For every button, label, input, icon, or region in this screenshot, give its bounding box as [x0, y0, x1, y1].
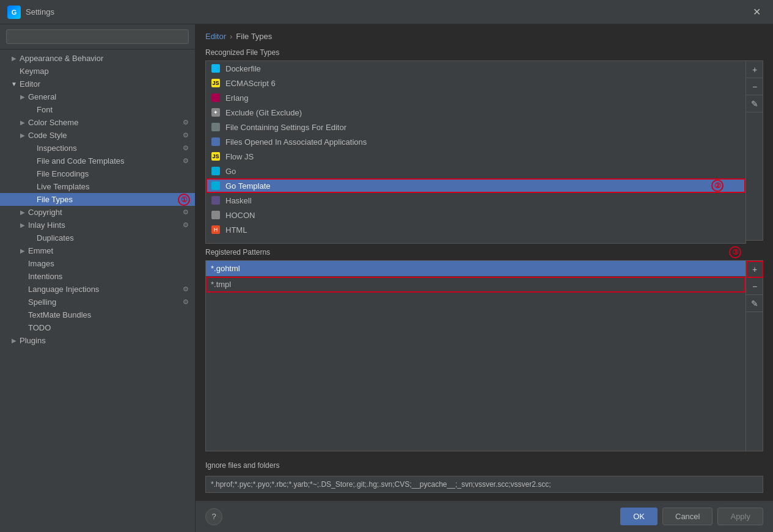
expand-arrow: ▶ [18, 131, 27, 140]
expand-arrow [27, 144, 35, 153]
remove-pattern-button[interactable]: − [746, 278, 763, 295]
annotation-badge-2: ② [711, 180, 724, 192]
title-bar: G Settings ✕ [0, 0, 773, 24]
sidebar-item-inspections[interactable]: Inspections ⚙ [0, 142, 195, 155]
sidebar-item-label: Inlay Hints [28, 220, 179, 230]
file-type-item[interactable]: JS ECMAScript 6 [206, 76, 746, 90]
sidebar-item-duplicates[interactable]: Duplicates [0, 231, 195, 244]
settings-badge: ⚙ [181, 221, 190, 230]
recognized-file-types-container: Dockerfile JS ECMAScript 6 Erlang ✦ [205, 60, 763, 241]
ignore-input[interactable] [205, 476, 763, 493]
settings-badge: ⚙ [181, 208, 190, 217]
sidebar-item-images[interactable]: Images [0, 257, 195, 270]
expand-arrow: ▶ [10, 337, 18, 345]
file-type-icon: H [211, 225, 221, 235]
recognized-file-types-label: Recognized File Types [205, 48, 763, 57]
file-type-icon [211, 122, 221, 132]
file-type-item[interactable]: JS Flow JS [206, 149, 746, 164]
sidebar-item-textmate-bundles[interactable]: TextMate Bundles [0, 308, 195, 321]
file-type-item[interactable]: Go [206, 164, 746, 178]
file-type-item[interactable]: Haskell [206, 193, 746, 208]
file-type-item[interactable]: Erlang [206, 90, 746, 105]
help-button[interactable]: ? [205, 508, 222, 525]
file-type-item[interactable]: HOCON [206, 208, 746, 222]
recognized-file-types-list[interactable]: Dockerfile JS ECMAScript 6 Erlang ✦ [205, 60, 746, 244]
sidebar-item-font[interactable]: Font [0, 103, 195, 116]
sidebar-item-file-code-templates[interactable]: File and Code Templates ⚙ [0, 155, 195, 167]
expand-arrow [18, 272, 27, 281]
breadcrumb: Editor › File Types [196, 24, 773, 46]
edit-pattern-button[interactable]: ✎ [746, 295, 763, 312]
file-type-item-go-template[interactable]: Go Template ② [206, 178, 746, 193]
file-type-item[interactable]: File Containing Settings For Editor [206, 120, 746, 134]
sidebar-item-live-templates[interactable]: Live Templates [0, 180, 195, 193]
sidebar-item-file-types[interactable]: File Types ① [0, 193, 195, 206]
expand-arrow [18, 324, 27, 332]
expand-arrow [27, 157, 35, 166]
file-type-label: Go [225, 167, 236, 176]
file-type-icon [211, 93, 221, 103]
expand-arrow [27, 234, 35, 242]
sidebar-item-label: Live Templates [37, 182, 190, 191]
breadcrumb-separator: › [230, 32, 232, 41]
pattern-item-tmpl[interactable]: *.tmpl [206, 277, 746, 293]
sidebar-item-keymap[interactable]: Keymap [0, 65, 195, 78]
sidebar-item-label: Color Scheme [28, 118, 179, 127]
breadcrumb-current: File Types [236, 32, 272, 41]
add-file-type-button[interactable]: + [746, 61, 763, 78]
sidebar-item-editor[interactable]: ▼ Editor [0, 78, 195, 90]
file-type-item[interactable]: ✦ Exclude (Git Exclude) [206, 105, 746, 120]
sidebar-item-plugins[interactable]: ▶ Plugins [0, 334, 195, 347]
sidebar-item-appearance-behavior[interactable]: ▶ Appearance & Behavior [0, 52, 195, 65]
file-type-icon [211, 195, 221, 205]
file-type-item[interactable]: H HTML [206, 222, 746, 237]
sidebar-item-todo[interactable]: TODO [0, 321, 195, 334]
pattern-label: *.tmpl [211, 280, 231, 289]
search-box [0, 24, 195, 49]
file-type-icon [211, 210, 221, 220]
add-pattern-button[interactable]: + [746, 261, 763, 278]
sidebar-item-label: Editor [20, 79, 190, 89]
file-type-item[interactable]: Dockerfile [206, 61, 746, 76]
edit-file-type-button[interactable]: ✎ [746, 95, 763, 112]
expand-arrow: ▶ [18, 208, 27, 217]
sidebar-item-file-encodings[interactable]: File Encodings [0, 167, 195, 180]
settings-badge: ⚙ [181, 157, 190, 166]
file-type-label: Flow JS [225, 152, 254, 161]
file-type-icon: JS [211, 151, 221, 161]
expand-arrow: ▶ [18, 247, 27, 255]
ok-button[interactable]: OK [620, 508, 658, 525]
sidebar-item-spelling[interactable]: Spelling ⚙ [0, 296, 195, 308]
expand-arrow [27, 183, 35, 191]
pattern-label: *.gohtml [211, 264, 240, 273]
sidebar-item-color-scheme[interactable]: ▶ Color Scheme ⚙ [0, 116, 195, 129]
patterns-list[interactable]: *.gohtml *.tmpl [205, 260, 746, 451]
sidebar-item-language-injections[interactable]: Language Injections ⚙ [0, 283, 195, 296]
sidebar-item-label: Copyright [28, 208, 179, 217]
sidebar-item-inlay-hints[interactable]: ▶ Inlay Hints ⚙ [0, 219, 195, 231]
file-type-label: HOCON [225, 211, 255, 220]
file-type-icon: ✦ [211, 107, 221, 117]
apply-button[interactable]: Apply [717, 508, 763, 525]
file-type-item[interactable]: Files Opened In Associated Applications [206, 134, 746, 149]
remove-file-type-button[interactable]: − [746, 78, 763, 95]
search-input[interactable] [6, 29, 189, 44]
sidebar-item-intentions[interactable]: Intentions [0, 270, 195, 283]
sidebar-item-label: Keymap [20, 67, 190, 76]
file-type-label: Haskell [225, 196, 252, 205]
close-button[interactable]: ✕ [748, 4, 766, 20]
sidebar-item-label: Images [28, 259, 190, 268]
sidebar-item-emmet[interactable]: ▶ Emmet [0, 244, 195, 257]
sidebar-item-general[interactable]: ▶ General [0, 90, 195, 103]
cancel-button[interactable]: Cancel [662, 508, 713, 525]
file-type-label: ECMAScript 6 [225, 79, 276, 88]
file-type-label: Go Template [225, 181, 270, 191]
expand-arrow: ▶ [10, 54, 18, 63]
ignore-section: Ignore files and folders [205, 459, 763, 500]
sidebar-item-copyright[interactable]: ▶ Copyright ⚙ [0, 206, 195, 219]
pattern-item-gohtml[interactable]: *.gohtml [206, 261, 746, 277]
help-icon: ? [211, 512, 216, 521]
expand-arrow [18, 298, 27, 307]
file-type-label: Dockerfile [225, 64, 261, 73]
sidebar-item-code-style[interactable]: ▶ Code Style ⚙ [0, 129, 195, 142]
